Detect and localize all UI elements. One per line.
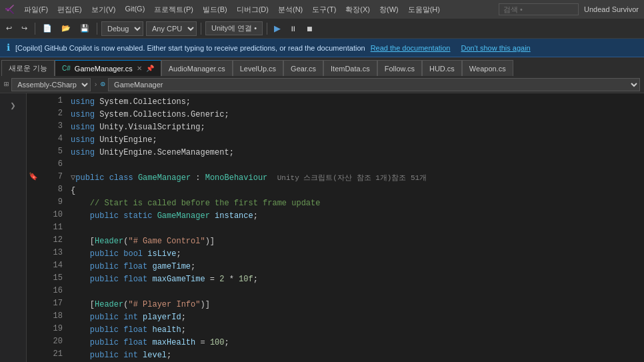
sep2 <box>97 23 97 35</box>
code-editor[interactable]: 1 using System.Collections; 2 using Syst… <box>27 93 644 362</box>
menu-git[interactable]: Git(G) <box>121 3 149 17</box>
indicator-12 <box>27 234 40 247</box>
copilot-message: [Copilot] GitHub Copilot is now enabled.… <box>15 44 365 52</box>
tab-weapon[interactable]: Weapon.cs <box>462 60 513 76</box>
codeline-5: using UnityEngine.SceneManagement; <box>68 145 441 158</box>
menu-extensions[interactable]: 확장(X) <box>341 3 374 17</box>
indicator-18 <box>27 310 40 323</box>
save-button[interactable]: 💾 <box>77 22 93 35</box>
indicator-11 <box>27 221 40 234</box>
codeline-20: public float maxHealth = 100; <box>68 335 441 348</box>
new-file-button[interactable]: 📄 <box>39 22 55 35</box>
indicator-3 <box>27 120 40 133</box>
tab-gamemanager[interactable]: C# GameManager.cs ✕ 📌 <box>55 60 161 76</box>
start-button[interactable]: ▶ <box>271 22 283 35</box>
dismiss-copilot-link[interactable]: Don't show this again <box>461 44 531 52</box>
linenum-13: 13 <box>40 247 68 259</box>
codeline-19: public float health; <box>68 323 441 335</box>
class-dropdown[interactable]: GameManager <box>108 78 640 91</box>
code-lines: 1 using System.Collections; 2 using Syst… <box>27 93 441 362</box>
tab-audiomanager[interactable]: AudioManager.cs <box>161 60 233 76</box>
code-row-18: 18 public int playerId; <box>27 310 441 323</box>
menu-view[interactable]: 보기(V) <box>87 3 120 17</box>
code-row-15: 15 public float maxGameTime = 2 * 10f; <box>27 272 441 285</box>
code-row-10: 10 public static GameManager instance; <box>27 209 441 221</box>
linenum-14: 14 <box>40 259 68 272</box>
tab-hud[interactable]: HUD.cs <box>422 60 462 76</box>
open-button[interactable]: 📂 <box>58 22 74 35</box>
codeline-10: public static GameManager instance; <box>68 209 441 221</box>
bookmark-icon[interactable]: 🔖 <box>29 171 38 183</box>
linenum-7: 7 <box>40 171 68 183</box>
indicator-9 <box>27 196 40 209</box>
indicator-21 <box>27 348 40 361</box>
undo-button[interactable]: ↩ <box>3 22 15 35</box>
menu-project[interactable]: 프로젝트(P) <box>150 3 197 17</box>
indicator-8 <box>27 183 40 196</box>
code-row-20: 20 public float maxHealth = 100; <box>27 335 441 348</box>
linenum-2: 2 <box>40 107 68 120</box>
assembly-dropdown[interactable]: Assembly-CSharp <box>11 78 91 91</box>
menu-edit[interactable]: 편집(E) <box>53 3 86 17</box>
indicator-5 <box>27 145 40 158</box>
tab-follow[interactable]: Follow.cs <box>377 60 422 76</box>
indicator-7[interactable]: 🔖 <box>27 171 40 183</box>
menu-window[interactable]: 창(W) <box>375 3 403 17</box>
pause-button[interactable]: ⏸ <box>286 23 300 35</box>
indicator-14 <box>27 259 40 272</box>
menu-analyze[interactable]: 분석(N) <box>274 3 307 17</box>
platform-select[interactable]: Any CPU <box>146 21 197 36</box>
ref-count-7: Unity 스크립트(자산 참조 1개)참조 51개 <box>277 174 427 182</box>
left-gutter: ❯ <box>0 93 27 362</box>
menu-file[interactable]: 파일(F) <box>20 3 52 17</box>
linenum-3: 3 <box>40 120 68 133</box>
toolbar: ↩ ↪ 📄 📂 💾 Debug Any CPU Unity에 연결 • ▶ ⏸ … <box>0 19 644 39</box>
class-icon: ⊙ <box>101 79 105 89</box>
menu-tools[interactable]: 도구(T) <box>308 3 340 17</box>
menu-debug[interactable]: 디버그(D) <box>233 3 273 17</box>
pin-icon[interactable]: 📌 <box>146 65 154 72</box>
indicator-2 <box>27 107 40 120</box>
codeline-8: { <box>68 183 441 196</box>
read-docs-link[interactable]: Read the documentation <box>371 44 451 52</box>
codeline-17: [Header("# Player Info")] <box>68 297 441 310</box>
cs-file-icon: C# <box>62 65 71 72</box>
indicator-19 <box>27 323 40 335</box>
codeline-21: public int level; <box>68 348 441 361</box>
menu-help[interactable]: 도움말(H) <box>404 3 444 17</box>
config-select[interactable]: Debug <box>101 21 143 36</box>
expand-icon[interactable]: ❯ <box>4 96 23 115</box>
close-tab-icon[interactable]: ✕ <box>137 65 142 72</box>
tab-gear[interactable]: Gear.cs <box>283 60 323 76</box>
linenum-12: 12 <box>40 234 68 247</box>
code-row-21: 21 public int level; <box>27 348 441 361</box>
nav-bar: ⊞ Assembly-CSharp › ⊙ GameManager <box>0 76 644 93</box>
stop-button[interactable]: ⏹ <box>303 23 317 35</box>
sep4 <box>267 23 267 35</box>
linenum-8: 8 <box>40 183 68 196</box>
tab-itemdata[interactable]: ItemData.cs <box>323 60 377 76</box>
tab-levelup[interactable]: LevelUp.cs <box>233 60 283 76</box>
search-input[interactable] <box>499 3 579 15</box>
code-row-7: 🔖 7 ▽public class GameManager : MonoBeha… <box>27 171 441 183</box>
code-row-17: 17 [Header("# Player Info")] <box>27 297 441 310</box>
title-bar-right: Undead Survivor <box>499 3 639 15</box>
codeline-7: ▽public class GameManager : MonoBehaviou… <box>68 171 441 183</box>
codeline-18: public int playerId; <box>68 310 441 323</box>
redo-button[interactable]: ↪ <box>18 22 31 35</box>
menu-build[interactable]: 빌드(B) <box>199 3 231 17</box>
codeline-9: // Start is called before the first fram… <box>68 196 441 209</box>
codeline-11 <box>68 221 441 234</box>
main-area: ❯ 1 using System.Collections; 2 using Sy… <box>0 93 644 362</box>
tab-new-features[interactable]: 새로운 기능 <box>1 60 55 76</box>
user-name: Undead Survivor <box>584 5 639 13</box>
indicator-1 <box>27 95 40 107</box>
code-row-8: 8 { <box>27 183 441 196</box>
nav-arrow: › <box>93 81 98 89</box>
indicator-4 <box>27 133 40 145</box>
code-row-12: 12 [Header("# Game Control")] <box>27 234 441 247</box>
linenum-9: 9 <box>40 196 68 209</box>
assembly-icon: ⊞ <box>4 79 9 89</box>
code-row-2: 2 using System.Collections.Generic; <box>27 107 441 120</box>
unity-connect-button[interactable]: Unity에 연결 • <box>205 21 263 35</box>
